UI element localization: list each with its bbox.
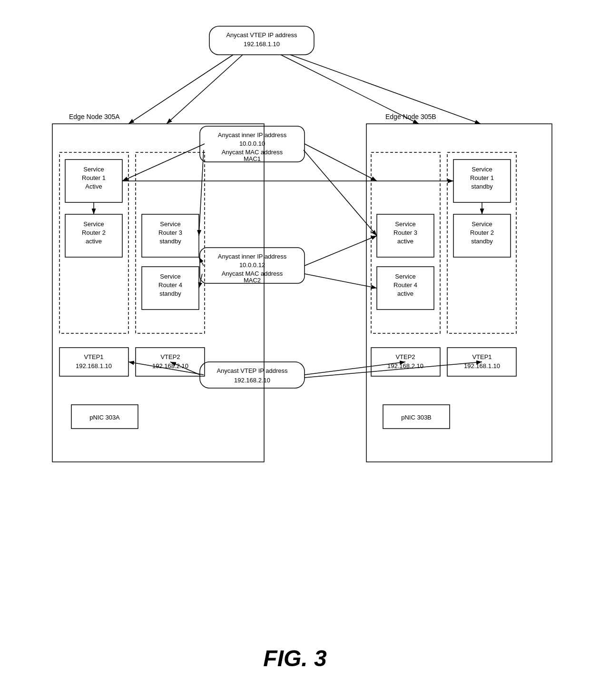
right-sr3-line1: Service <box>395 220 415 228</box>
anycast-inner-mid-ip: 10.0.0.12 <box>239 261 265 269</box>
edge-node-b-label: Edge Node 305B <box>385 113 436 120</box>
svg-rect-4 <box>366 124 552 462</box>
left-sr4-line1: Service <box>160 273 180 280</box>
anycast-vtep-top-ip: 192.168.1.10 <box>244 40 280 48</box>
right-sr3-line3: active <box>397 238 413 245</box>
right-vtep2-line1: VTEP2 <box>395 353 415 360</box>
svg-line-31 <box>122 144 205 181</box>
right-vtep1-line1: VTEP1 <box>472 353 492 360</box>
svg-line-35 <box>305 144 377 181</box>
svg-line-36 <box>304 150 377 236</box>
edge-node-a-label: Edge Node 305A <box>69 113 120 120</box>
right-vtep1-line2: 192.168.1.10 <box>464 362 500 370</box>
left-sr1-line1: Service <box>83 166 104 173</box>
right-sr4-line2: Router 4 <box>393 281 417 289</box>
svg-rect-24 <box>371 348 440 376</box>
anycast-inner-mid-mac: MAC2 <box>244 277 261 284</box>
left-vtep2-line1: VTEP2 <box>160 353 180 360</box>
left-sr4-line3: standby <box>159 290 181 297</box>
left-sr3-line2: Router 3 <box>158 229 182 236</box>
svg-rect-15 <box>59 348 128 376</box>
anycast-inner-top-mac-label: Anycast MAC address <box>222 149 283 156</box>
svg-line-38 <box>305 274 377 288</box>
anycast-vtep-bot-ip: 192.168.2.10 <box>234 377 270 384</box>
left-sr4-line2: Router 4 <box>158 281 182 289</box>
anycast-vtep-top-label: Anycast VTEP IP address <box>226 31 297 39</box>
svg-rect-8 <box>200 362 305 388</box>
left-pnic-label: pNIC 303A <box>89 414 120 421</box>
svg-line-37 <box>305 236 377 266</box>
right-sr1-line3: standby <box>471 183 493 190</box>
anycast-inner-mid-label: Anycast inner IP address <box>218 253 287 260</box>
right-sr2-line2: Router 2 <box>470 229 494 236</box>
figure-label: FIG. 3 <box>263 645 326 671</box>
anycast-inner-top-mac: MAC1 <box>244 155 261 162</box>
svg-line-28 <box>167 55 243 124</box>
right-sr1-line2: Router 1 <box>470 174 494 181</box>
right-sr4-line3: active <box>397 290 413 297</box>
right-sr3-line2: Router 3 <box>393 229 417 236</box>
diagram-container: Anycast VTEP IP address 192.168.1.10 Edg… <box>24 14 566 538</box>
left-sr3-line3: standby <box>159 238 181 245</box>
right-sr2-line1: Service <box>472 220 492 228</box>
right-sr2-line3: standby <box>471 238 493 245</box>
anycast-inner-mid-mac-label: Anycast MAC address <box>222 270 283 277</box>
left-sr3-line1: Service <box>160 220 180 228</box>
right-sr4-line1: Service <box>395 273 415 280</box>
svg-rect-16 <box>136 348 205 376</box>
left-sr1-line2: Router 1 <box>82 174 106 181</box>
left-vtep1-line1: VTEP1 <box>84 353 103 360</box>
left-sr2-line2: Router 2 <box>82 229 106 236</box>
left-sr2-line3: active <box>86 238 102 245</box>
left-vtep1-line2: 192.168.1.10 <box>76 362 112 370</box>
right-pnic-label: pNIC 303B <box>401 414 432 421</box>
left-sr2-line1: Service <box>83 220 104 228</box>
anycast-inner-top-label: Anycast inner IP address <box>218 131 287 139</box>
left-vtep2-line2: 192.168.2.10 <box>152 362 188 370</box>
anycast-vtep-bot-label: Anycast VTEP IP address <box>216 367 288 374</box>
left-sr1-line3: Active <box>85 183 102 190</box>
svg-line-27 <box>128 55 233 124</box>
svg-line-29 <box>281 55 419 124</box>
svg-line-32 <box>199 150 204 236</box>
anycast-inner-top-ip: 10.0.0.10 <box>239 140 265 147</box>
right-sr1-line1: Service <box>472 166 492 173</box>
